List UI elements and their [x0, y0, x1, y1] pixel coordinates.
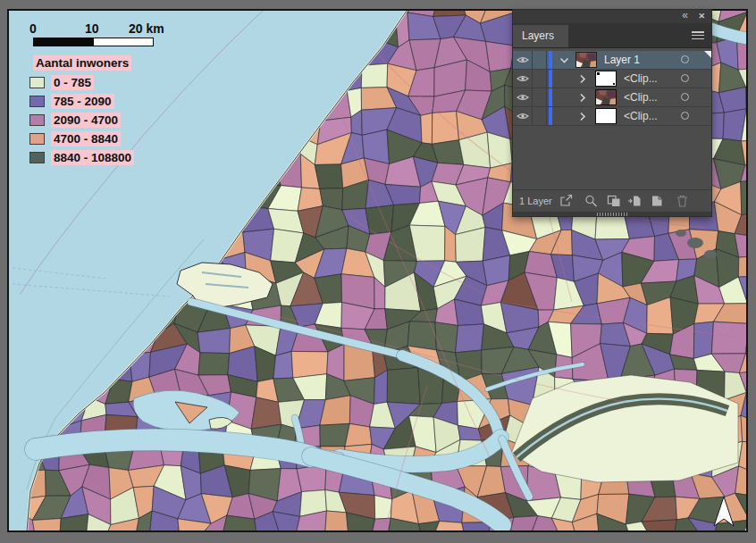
target-circle[interactable]	[681, 93, 689, 101]
layer-row-clip-group[interactable]: <Clip...	[513, 107, 711, 126]
layer-row-clip-group[interactable]: <Clip...	[513, 88, 711, 107]
layer-list: Layer 1 <Clip...	[513, 51, 711, 126]
collapse-panel-icon[interactable]: «	[682, 9, 688, 22]
layer-thumbnail[interactable]	[575, 52, 597, 68]
make-clipping-mask-icon[interactable]	[607, 195, 621, 207]
legend-item: 2090 - 4700	[29, 113, 134, 127]
legend-swatch-class4	[29, 133, 45, 145]
legend-label: 8840 - 108800	[51, 150, 134, 165]
visibility-toggle[interactable]	[513, 88, 533, 106]
legend-item: 0 - 785	[29, 75, 134, 89]
illustrator-window: { "scalebar": { "labels": ["0", "10", "2…	[0, 0, 756, 543]
scale-label-0: 0	[29, 21, 37, 36]
layers-panel: « ✕ Layers	[512, 9, 712, 217]
legend-title: Aantal inwoners	[33, 55, 131, 71]
panel-tab-bar: Layers	[513, 23, 711, 48]
legend-item: 785 - 2090	[29, 94, 134, 108]
scale-label-20km: 20 km	[129, 21, 164, 36]
locate-object-icon[interactable]	[584, 195, 599, 207]
panel-drag-handle[interactable]	[597, 213, 627, 216]
target-circle[interactable]	[681, 55, 689, 63]
panel-header: « ✕	[513, 10, 711, 23]
panel-footer: 1 Layer	[513, 189, 711, 212]
panel-menu-icon[interactable]	[692, 31, 704, 39]
legend-swatch-class5	[29, 152, 45, 163]
layer-name[interactable]: <Clip...	[624, 107, 658, 125]
layer-color-bar	[549, 70, 552, 88]
create-new-layer-icon[interactable]	[650, 195, 664, 207]
map-thumbnail-image	[596, 90, 616, 104]
legend-item: 4700 - 8840	[29, 131, 134, 146]
tab-layers[interactable]: Layers	[513, 25, 568, 47]
eye-icon	[517, 74, 529, 83]
thumbnail-mark	[613, 83, 615, 85]
target-circle[interactable]	[681, 112, 689, 120]
layer-thumbnail[interactable]	[595, 108, 617, 124]
legend-item: 8840 - 108800	[29, 150, 134, 164]
delete-selection-icon[interactable]	[676, 195, 690, 207]
target-circle[interactable]	[681, 74, 689, 82]
map-legend: Aantal inwoners 0 - 785 785 - 2090 2090 …	[29, 54, 134, 164]
layer-thumbnail[interactable]	[595, 71, 617, 87]
legend-label: 785 - 2090	[51, 94, 114, 109]
layer-color-bar	[549, 88, 552, 106]
visibility-toggle[interactable]	[513, 70, 533, 88]
legend-label: 4700 - 8840	[51, 131, 121, 146]
eye-icon	[517, 55, 529, 64]
layer-color-bar	[549, 107, 552, 125]
layer-row-layer1[interactable]: Layer 1	[513, 51, 711, 70]
panel-resize-grip[interactable]	[513, 212, 711, 216]
scale-bar-white-half	[94, 38, 154, 46]
chevron-right-icon[interactable]	[579, 112, 586, 121]
scale-bar-labels: 0 10 20 km	[27, 21, 197, 35]
legend-label: 2090 - 4700	[51, 113, 121, 128]
lock-toggle[interactable]	[532, 70, 547, 88]
selection-indicator	[704, 51, 711, 58]
lock-toggle[interactable]	[532, 107, 547, 125]
layer-name[interactable]: <Clip...	[624, 88, 658, 106]
create-new-sublayer-icon[interactable]	[627, 195, 642, 207]
layer-name[interactable]: <Clip...	[624, 70, 658, 88]
layer-name[interactable]: Layer 1	[604, 51, 640, 69]
map-thumbnail-image	[576, 53, 596, 67]
lock-toggle[interactable]	[532, 51, 547, 69]
layer-row-clip-group[interactable]: <Clip...	[513, 70, 711, 88]
visibility-toggle[interactable]	[513, 107, 533, 125]
collect-for-export-icon[interactable]	[559, 195, 574, 207]
close-panel-icon[interactable]: ✕	[698, 10, 705, 23]
thumbnail-mark	[597, 72, 600, 75]
eye-icon	[517, 93, 529, 102]
eye-icon	[517, 112, 529, 121]
chevron-right-icon[interactable]	[579, 93, 586, 103]
legend-label: 0 - 785	[51, 75, 94, 90]
scale-bar-graphic	[33, 38, 154, 46]
chevron-right-icon[interactable]	[579, 74, 586, 84]
scale-bar-black-half	[34, 38, 94, 46]
scale-label-10: 10	[85, 21, 99, 36]
layer-count: 1 Layer	[519, 190, 552, 212]
visibility-toggle[interactable]	[513, 51, 533, 69]
lock-toggle[interactable]	[532, 88, 547, 106]
legend-swatch-class3	[29, 114, 45, 126]
scale-bar: 0 10 20 km	[27, 21, 197, 35]
legend-swatch-class2	[29, 96, 45, 107]
chevron-down-icon[interactable]	[559, 57, 569, 64]
layer-color-bar	[549, 51, 552, 69]
layer-thumbnail[interactable]	[595, 89, 617, 105]
legend-swatch-class1	[29, 77, 45, 88]
